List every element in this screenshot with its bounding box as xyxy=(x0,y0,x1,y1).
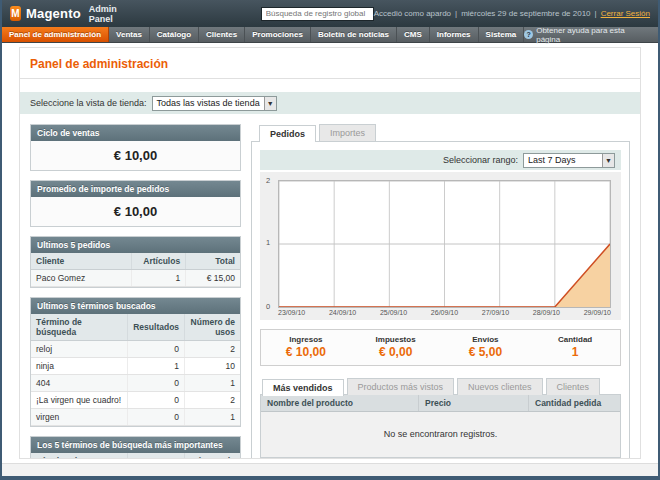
orders-chart-box: Seleccionar rango: Last 7 Days ▼ 2 1 0 xyxy=(251,141,630,459)
last-orders-title: Ultimos 5 pedidos xyxy=(31,237,240,253)
chevron-down-icon: ▼ xyxy=(264,97,276,110)
bestsellers-grid: Nombre del producto Precio Cantidad pedi… xyxy=(260,394,621,458)
magento-logo-icon: M xyxy=(10,6,21,21)
nav-item-catalog[interactable]: Catálogo xyxy=(150,27,199,42)
tab-customers[interactable]: Clientes xyxy=(546,378,601,395)
admin-page: M Magento Admin Panel Accedió como apard… xyxy=(0,0,660,480)
content-area: Panel de administración Seleccione la vi… xyxy=(19,47,641,459)
current-date: miércoles 29 de septiembre de 2010 xyxy=(461,9,590,18)
tab-new-customers[interactable]: Nuevos clientes xyxy=(457,378,543,395)
separator: | xyxy=(455,9,457,18)
average-orders-value: € 10,00 xyxy=(31,197,240,226)
range-label: Seleccionar rango: xyxy=(443,155,518,165)
top-header: M Magento Admin Panel Accedió como apard… xyxy=(2,0,658,27)
total-revenue: Ingresos € 10,00 xyxy=(261,335,351,359)
x-tick: 26/09/10 xyxy=(431,309,458,316)
total-quantity: Cantidad 1 xyxy=(530,335,620,359)
nav-item-sales[interactable]: Ventas xyxy=(109,27,150,42)
col-items: Artículos xyxy=(131,253,185,270)
lifetime-sales-panel: Ciclo de ventas € 10,00 xyxy=(30,124,241,171)
magento-logo: M Magento Admin Panel xyxy=(10,4,129,24)
nav-item-customers[interactable]: Clientes xyxy=(199,27,245,42)
table-row[interactable]: Paco Gomez 1 € 15,00 xyxy=(31,270,240,287)
col-uses: Número de usos xyxy=(185,453,240,459)
cell-total: € 15,00 xyxy=(186,270,240,287)
col-qty-ordered: Cantidad pedida xyxy=(528,395,620,411)
y-tick-2: 2 xyxy=(266,176,270,185)
col-results: Resultados xyxy=(128,314,185,341)
x-tick: 25/09/10 xyxy=(380,309,407,316)
empty-records-message: No se encontraron registros. xyxy=(261,412,620,457)
separator: | xyxy=(595,9,597,18)
store-view-value: Todas las vistas de tienda xyxy=(157,98,260,108)
logged-in-as: Accedió como apardo xyxy=(374,9,451,18)
cell-customer: Paco Gomez xyxy=(31,270,131,287)
get-help-link[interactable]: ? Obtener ayuda para esta página xyxy=(524,27,658,42)
orders-chart-plot xyxy=(278,180,611,308)
range-select[interactable]: Last 7 Days ▼ xyxy=(523,153,615,168)
dashboard-sidebar: Ciclo de ventas € 10,00 Promedio de impo… xyxy=(30,124,241,459)
col-term: Término de búsqueda xyxy=(31,453,128,459)
x-tick: 27/09/10 xyxy=(482,309,509,316)
nav-item-cms[interactable]: CMS xyxy=(397,27,430,42)
nav-item-dashboard[interactable]: Panel de administración xyxy=(2,27,109,42)
x-tick: 28/09/10 xyxy=(533,309,560,316)
nav-item-system[interactable]: Sistema xyxy=(479,27,525,42)
x-tick: 24/09/10 xyxy=(329,309,356,316)
table-row[interactable]: 404 0 1 xyxy=(31,375,240,392)
top-search-panel: Los 5 términos de búsqueda más important… xyxy=(30,436,241,459)
last-orders-panel: Ultimos 5 pedidos Cliente Artículos Tota… xyxy=(30,236,241,288)
nav-item-reports[interactable]: Informes xyxy=(430,27,479,42)
page-footer xyxy=(2,463,658,476)
col-results: Resultados xyxy=(128,453,185,459)
global-search-input[interactable] xyxy=(261,7,374,21)
logo-subtitle: Admin Panel xyxy=(89,4,129,24)
x-axis-labels: 23/09/10 24/09/10 25/09/10 26/09/10 27/0… xyxy=(278,308,611,318)
nav-item-newsletter[interactable]: Boletín de noticias xyxy=(311,27,397,42)
col-uses: Número de usos xyxy=(185,314,240,341)
main-nav: Panel de administración Ventas Catálogo … xyxy=(2,27,658,43)
store-view-bar: Seleccione la vista de tienda: Todas las… xyxy=(20,92,640,114)
cell-items: 1 xyxy=(131,270,185,287)
chevron-down-icon: ▼ xyxy=(602,154,614,167)
col-product-name: Nombre del producto xyxy=(261,395,418,411)
help-label: Obtener ayuda para esta página xyxy=(536,26,650,44)
last-search-title: Ultimos 5 términos buscados xyxy=(31,298,240,314)
logout-link[interactable]: Cerrar Sesión xyxy=(601,9,650,18)
average-orders-title: Promedio de importe de pedidos xyxy=(31,181,240,197)
tab-most-viewed[interactable]: Productos más vistos xyxy=(347,378,455,395)
col-customer: Cliente xyxy=(31,253,131,270)
orders-chart: 2 1 0 23/09/10 24/09/10 25/09/10 26/09/1… xyxy=(260,172,621,320)
lifetime-sales-value: € 10,00 xyxy=(31,141,240,170)
average-orders-panel: Promedio de importe de pedidos € 10,00 xyxy=(30,180,241,227)
table-row[interactable]: ninja 1 10 xyxy=(31,358,240,375)
range-value: Last 7 Days xyxy=(528,155,576,165)
total-tax: Impuestos € 0,00 xyxy=(351,335,441,359)
top-search-title: Los 5 términos de búsqueda más important… xyxy=(31,437,240,453)
col-price: Precio xyxy=(418,395,528,411)
table-row[interactable]: reloj 0 2 xyxy=(31,341,240,358)
help-icon: ? xyxy=(524,30,533,39)
range-bar: Seleccionar rango: Last 7 Days ▼ xyxy=(260,150,621,170)
x-tick: 29/09/10 xyxy=(584,309,611,316)
nav-item-promotions[interactable]: Promociones xyxy=(245,27,311,42)
totals-bar: Ingresos € 10,00 Impuestos € 0,00 Envíos… xyxy=(260,329,621,366)
session-info: Accedió como apardo | miércoles 29 de se… xyxy=(374,9,650,18)
y-tick-0: 0 xyxy=(266,302,270,311)
store-view-label: Seleccione la vista de tienda: xyxy=(30,98,147,108)
x-tick: 23/09/10 xyxy=(278,309,305,316)
table-row[interactable]: ¡La virgen que cuadro! 0 2 xyxy=(31,392,240,409)
y-tick-1: 1 xyxy=(266,238,270,247)
lifetime-sales-title: Ciclo de ventas xyxy=(31,125,240,141)
logo-title: Magento xyxy=(26,6,81,21)
store-view-select[interactable]: Todas las vistas de tienda ▼ xyxy=(152,96,277,111)
total-shipping: Envíos € 5,00 xyxy=(441,335,531,359)
tab-amounts[interactable]: Importes xyxy=(319,124,376,141)
col-term: Término de búsqueda xyxy=(31,314,128,341)
title-divider xyxy=(20,78,640,79)
table-row[interactable]: virgen 0 1 xyxy=(31,409,240,426)
page-title: Panel de administración xyxy=(30,57,630,71)
tab-orders[interactable]: Pedidos xyxy=(259,125,316,142)
tab-bestsellers[interactable]: Más vendidos xyxy=(262,379,344,396)
last-search-panel: Ultimos 5 términos buscados Término de b… xyxy=(30,297,241,427)
